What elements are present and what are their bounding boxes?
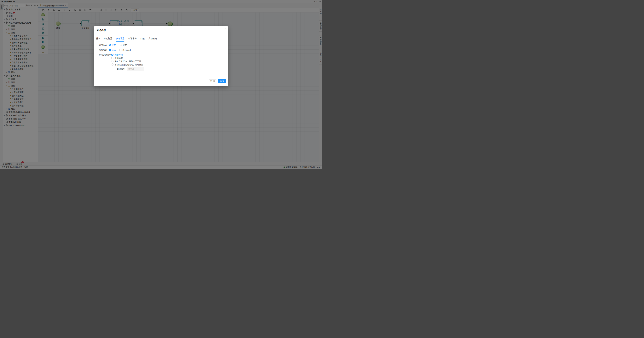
exception-option-label: 回滚异常 — [114, 53, 123, 56]
confirm-button[interactable]: 确 定 — [218, 79, 226, 83]
radio-selected-icon[interactable] — [109, 49, 111, 51]
radio-option-label: 异步 — [123, 43, 127, 46]
radio-selected-icon[interactable] — [109, 44, 111, 46]
exception-option-label: 忽略异常 — [114, 56, 123, 60]
exception-option-label: 自动路由到其他活动，活动终止 — [114, 63, 143, 66]
chevron-down-icon — [141, 68, 143, 70]
radio-icon[interactable] — [111, 60, 114, 62]
exception-option-label: 进入异常状态，等待人工干预 — [114, 60, 141, 63]
exception-option[interactable]: 自动路由到其他活动，活动终止 — [111, 63, 143, 66]
select-placeholder: 请选择 — [128, 68, 134, 70]
radio-icon[interactable] — [111, 57, 114, 59]
radio-icon[interactable] — [119, 49, 122, 51]
radio-icon[interactable] — [120, 44, 122, 46]
target-activity-label: 目标活动: — [117, 68, 126, 70]
radio-option[interactable]: 异步 — [120, 43, 127, 46]
exception-option[interactable]: 忽略异常 — [111, 56, 143, 60]
exception-options: 回滚异常忽略异常进入异常状态，等待人工干预自动路由到其他活动，活动终止 — [111, 53, 143, 66]
radio-option-label: 同步 — [112, 43, 116, 46]
exception-option[interactable]: 进入异常状态，等待人工干预 — [111, 60, 143, 63]
exception-label-row: 异常处理策略 — [99, 54, 111, 56]
cancel-button[interactable]: 取 消 — [209, 79, 216, 83]
invoke-mode-row: 调用方式 同步异步 — [99, 43, 127, 46]
radio-option[interactable]: 同步 — [109, 43, 116, 46]
dialog-close-icon[interactable]: × — [225, 28, 226, 30]
target-activity-select[interactable]: 请选择 — [127, 67, 144, 71]
radio-option[interactable]: Suspend — [119, 49, 130, 51]
transaction-row: 事务策略 JoinSuspend — [99, 48, 130, 52]
auto-activity-dialog: 自动活动 × 基本应用配置高级设置引擎事件回退启动策略 调用方式 同步异步 事务… — [94, 26, 228, 86]
radio-option-label: Join — [112, 49, 116, 51]
radio-option-label: Suspend — [122, 49, 130, 51]
radio-option[interactable]: Join — [109, 49, 116, 51]
invoke-mode-label: 调用方式 — [99, 43, 107, 46]
radio-selected-icon[interactable] — [111, 54, 114, 56]
transaction-label: 事务策略 — [99, 48, 107, 52]
radio-icon[interactable] — [111, 64, 114, 66]
target-activity-row: 目标活动: — [117, 68, 126, 70]
primeton-ide-window: Primeton-IDE ‹ › 资源 输入关键字搜索 AIEn ▸采购订单管理… — [0, 0, 322, 169]
dialog-title: 自动活动 — [96, 28, 106, 32]
exception-option[interactable]: 回滚异常 — [111, 53, 143, 56]
exception-strategy-label: 异常处理策略 — [99, 53, 111, 56]
